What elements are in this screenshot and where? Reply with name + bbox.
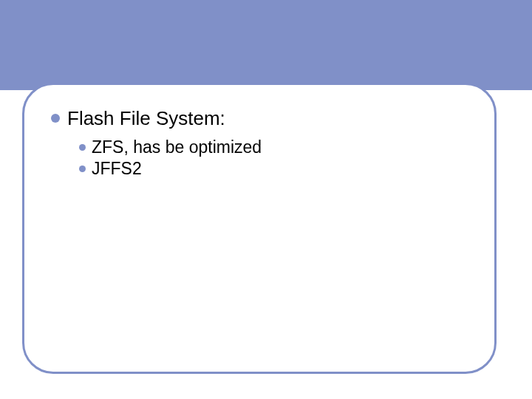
content-card: Flash File System: ZFS, has be optimized… bbox=[22, 83, 497, 374]
disc-bullet-icon bbox=[51, 114, 60, 123]
heading-text: Flash File System: bbox=[67, 107, 225, 130]
header-band bbox=[0, 0, 532, 90]
bullet-level-1: Flash File System: bbox=[51, 107, 468, 130]
list-item-text: ZFS, has be optimized bbox=[92, 137, 262, 157]
disc-bullet-icon bbox=[79, 144, 86, 151]
slide: Flash File System: ZFS, has be optimized… bbox=[0, 0, 532, 399]
list-item-text: JFFS2 bbox=[92, 159, 142, 179]
disc-bullet-icon bbox=[79, 166, 86, 172]
sub-list: ZFS, has be optimized JFFS2 bbox=[79, 137, 468, 179]
list-item: JFFS2 bbox=[79, 159, 468, 179]
list-item: ZFS, has be optimized bbox=[79, 137, 468, 157]
